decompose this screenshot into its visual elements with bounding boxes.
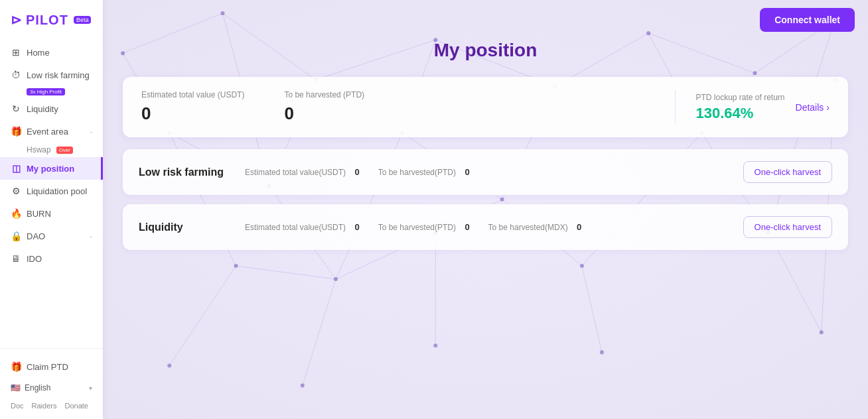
liquidity-stat-1: To be harvested(PTD) 0 xyxy=(378,222,470,232)
sidebar-item-home[interactable]: ⊞ Home xyxy=(0,41,103,64)
logo-area: ⊳ PILOT Beta xyxy=(0,0,103,36)
details-button[interactable]: Details › xyxy=(796,102,830,113)
sidebar: ⊳ PILOT Beta ⊞ Home ⏱ Low risk farming 3… xyxy=(0,0,103,419)
language-selector[interactable]: 🇺🇸 English ▾ xyxy=(0,378,103,398)
lang-arrow: ▾ xyxy=(89,385,92,392)
liquidity-stat-1-label: To be harvested(PTD) xyxy=(378,223,456,232)
sidebar-bottom: 🎁 Claim PTD 🇺🇸 English ▾ Doc Raiders Don… xyxy=(0,348,103,419)
sidebar-item-dao-label: DAO xyxy=(27,231,45,241)
wallet-icon: ◫ xyxy=(11,163,21,174)
low-risk-stat-1-value: 0 xyxy=(465,167,469,177)
beta-badge: Beta xyxy=(74,16,92,24)
low-risk-stat-0-label: Estimated total value(USDT) xyxy=(245,168,346,177)
event-arrow: - xyxy=(90,128,92,135)
sidebar-item-claim-ptd[interactable]: 🎁 Claim PTD xyxy=(0,355,103,378)
low-risk-stat-1: To be harvested(PTD) 0 xyxy=(378,167,470,177)
sidebar-item-my-position-label: My position xyxy=(27,164,74,174)
position-stats-liquidity: Estimated total value(USDT) 0 To be harv… xyxy=(245,222,743,232)
estimated-total-label: Estimated total value (USDT) xyxy=(141,90,244,99)
raiders-link[interactable]: Raiders xyxy=(32,402,57,410)
claim-ptd-label: Claim PTD xyxy=(27,362,68,372)
to-be-harvested-stat: To be harvested (PTD) 0 xyxy=(284,90,364,124)
low-risk-stat-0: Estimated total value(USDT) 0 xyxy=(245,167,360,177)
details-label: Details xyxy=(796,102,824,113)
sidebar-item-3x-badge-row: 3x High Profit xyxy=(0,86,103,97)
sidebar-item-hswap[interactable]: Hswap Over xyxy=(0,143,103,157)
ptd-lockup-info: PTD lockup rate of return 130.64% xyxy=(695,93,784,122)
position-stats-low-risk: Estimated total value(USDT) 0 To be harv… xyxy=(245,167,743,177)
dao-arrow: - xyxy=(90,233,92,240)
sidebar-item-hswap-label: Hswap xyxy=(27,145,51,154)
monitor-icon: 🖥 xyxy=(11,253,21,264)
settings-icon: ⚙ xyxy=(11,186,21,196)
low-risk-stat-0-value: 0 xyxy=(354,167,359,177)
to-be-harvested-label: To be harvested (PTD) xyxy=(284,90,364,99)
summary-stats-left: Estimated total value (USDT) 0 To be har… xyxy=(141,90,655,124)
lock-icon: 🔒 xyxy=(11,231,21,241)
fire-icon: 🔥 xyxy=(11,208,21,219)
sidebar-item-home-label: Home xyxy=(27,48,50,58)
liquidity-stat-0: Estimated total value(USDT) 0 xyxy=(245,222,360,232)
liquidity-stat-1-value: 0 xyxy=(465,222,469,232)
connect-wallet-button[interactable]: Connect wallet xyxy=(760,8,855,32)
low-risk-stat-1-label: To be harvested(PTD) xyxy=(378,168,456,177)
estimated-total-stat: Estimated total value (USDT) 0 xyxy=(141,90,244,124)
sidebar-item-low-risk-farming[interactable]: ⏱ Low risk farming xyxy=(0,64,103,86)
sidebar-item-event-area[interactable]: 🎁 Event area - xyxy=(0,120,103,143)
language-label: English xyxy=(25,383,50,392)
liquidity-stat-2: To be harvested(MDX) 0 xyxy=(488,222,582,232)
grid-icon: ⊞ xyxy=(11,47,21,58)
sidebar-item-event-label: Event area xyxy=(27,127,68,137)
badge-over: Over xyxy=(56,147,73,154)
position-row-low-risk: Low risk farming Estimated total value(U… xyxy=(123,149,848,195)
refresh-icon: ↻ xyxy=(11,103,21,114)
badge-3x-high-profit: 3x High Profit xyxy=(27,88,65,95)
nav-items: ⊞ Home ⏱ Low risk farming 3x High Profit… xyxy=(0,36,103,348)
doc-links: Doc Raiders Donate xyxy=(0,398,103,414)
position-row-liquidity: Liquidity Estimated total value(USDT) 0 … xyxy=(123,204,848,250)
donate-link[interactable]: Donate xyxy=(64,402,88,410)
sidebar-item-low-risk-label: Low risk farming xyxy=(27,70,90,80)
estimated-total-value: 0 xyxy=(141,103,244,124)
summary-card: Estimated total value (USDT) 0 To be har… xyxy=(123,77,848,137)
sidebar-item-dao[interactable]: 🔒 DAO - xyxy=(0,225,103,247)
sidebar-item-liquidation-pool[interactable]: ⚙ Liquidation pool xyxy=(0,180,103,202)
sidebar-item-burn-label: BURN xyxy=(27,209,51,219)
sidebar-item-my-position[interactable]: ◫ My position xyxy=(0,157,103,180)
position-name-liquidity: Liquidity xyxy=(139,221,245,233)
liquidity-stat-0-value: 0 xyxy=(354,222,359,232)
ptd-lockup-label: PTD lockup rate of return xyxy=(695,93,784,102)
sidebar-item-liquidity[interactable]: ↻ Liquidity xyxy=(0,97,103,120)
liquidity-stat-2-label: To be harvested(MDX) xyxy=(488,223,568,232)
clock-icon: ⏱ xyxy=(11,70,21,80)
sidebar-item-liquidity-label: Liquidity xyxy=(27,104,58,114)
sidebar-item-ido[interactable]: 🖥 IDO xyxy=(0,247,103,270)
header: Connect wallet xyxy=(103,0,868,40)
summary-right: PTD lockup rate of return 130.64% Detail… xyxy=(695,93,830,122)
sidebar-item-ido-label: IDO xyxy=(27,254,42,264)
logo-icon: ⊳ xyxy=(11,12,22,28)
gift2-icon: 🎁 xyxy=(11,361,21,372)
doc-link[interactable]: Doc xyxy=(11,402,24,410)
sidebar-item-liquidation-label: Liquidation pool xyxy=(27,186,87,196)
page-title: My position xyxy=(123,40,848,61)
ptd-lockup-value: 130.64% xyxy=(695,105,784,122)
summary-divider xyxy=(675,90,676,124)
to-be-harvested-value: 0 xyxy=(284,103,364,124)
position-name-low-risk: Low risk farming xyxy=(139,166,245,178)
one-click-harvest-low-risk[interactable]: One-click harvest xyxy=(743,161,832,183)
details-chevron-icon: › xyxy=(826,102,830,113)
main-content: Connect wallet My position Estimated tot… xyxy=(103,0,868,419)
page-content: My position Estimated total value (USDT)… xyxy=(103,40,868,419)
flag-icon: 🇺🇸 xyxy=(11,383,21,392)
one-click-harvest-liquidity[interactable]: One-click harvest xyxy=(743,216,832,238)
liquidity-stat-0-label: Estimated total value(USDT) xyxy=(245,223,346,232)
gift-icon: 🎁 xyxy=(11,126,21,137)
logo-text: PILOT xyxy=(26,13,68,28)
liquidity-stat-2-value: 0 xyxy=(577,222,581,232)
sidebar-item-burn[interactable]: 🔥 BURN xyxy=(0,202,103,225)
